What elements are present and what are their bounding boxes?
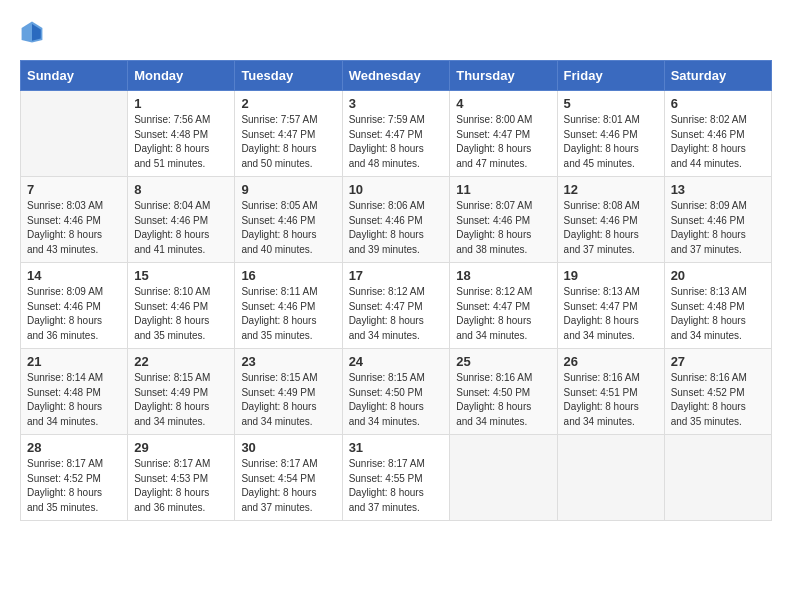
calendar-cell bbox=[557, 435, 664, 521]
day-number: 23 bbox=[241, 354, 335, 369]
calendar-cell: 12Sunrise: 8:08 AMSunset: 4:46 PMDayligh… bbox=[557, 177, 664, 263]
weekday-row: SundayMondayTuesdayWednesdayThursdayFrid… bbox=[21, 61, 772, 91]
calendar-cell: 17Sunrise: 8:12 AMSunset: 4:47 PMDayligh… bbox=[342, 263, 450, 349]
cell-info: Sunrise: 7:57 AMSunset: 4:47 PMDaylight:… bbox=[241, 113, 335, 171]
cell-info: Sunrise: 8:01 AMSunset: 4:46 PMDaylight:… bbox=[564, 113, 658, 171]
calendar-cell: 1Sunrise: 7:56 AMSunset: 4:48 PMDaylight… bbox=[128, 91, 235, 177]
day-number: 4 bbox=[456, 96, 550, 111]
cell-info: Sunrise: 8:09 AMSunset: 4:46 PMDaylight:… bbox=[27, 285, 121, 343]
cell-info: Sunrise: 8:06 AMSunset: 4:46 PMDaylight:… bbox=[349, 199, 444, 257]
cell-info: Sunrise: 8:08 AMSunset: 4:46 PMDaylight:… bbox=[564, 199, 658, 257]
cell-info: Sunrise: 7:59 AMSunset: 4:47 PMDaylight:… bbox=[349, 113, 444, 171]
cell-info: Sunrise: 8:00 AMSunset: 4:47 PMDaylight:… bbox=[456, 113, 550, 171]
day-number: 24 bbox=[349, 354, 444, 369]
calendar-cell: 25Sunrise: 8:16 AMSunset: 4:50 PMDayligh… bbox=[450, 349, 557, 435]
cell-info: Sunrise: 8:17 AMSunset: 4:52 PMDaylight:… bbox=[27, 457, 121, 515]
calendar-week-1: 1Sunrise: 7:56 AMSunset: 4:48 PMDaylight… bbox=[21, 91, 772, 177]
calendar-cell: 8Sunrise: 8:04 AMSunset: 4:46 PMDaylight… bbox=[128, 177, 235, 263]
cell-info: Sunrise: 8:13 AMSunset: 4:48 PMDaylight:… bbox=[671, 285, 765, 343]
weekday-header-monday: Monday bbox=[128, 61, 235, 91]
weekday-header-friday: Friday bbox=[557, 61, 664, 91]
calendar-cell: 23Sunrise: 8:15 AMSunset: 4:49 PMDayligh… bbox=[235, 349, 342, 435]
cell-info: Sunrise: 8:11 AMSunset: 4:46 PMDaylight:… bbox=[241, 285, 335, 343]
cell-info: Sunrise: 8:07 AMSunset: 4:46 PMDaylight:… bbox=[456, 199, 550, 257]
page-header bbox=[20, 20, 772, 44]
day-number: 27 bbox=[671, 354, 765, 369]
calendar-cell: 9Sunrise: 8:05 AMSunset: 4:46 PMDaylight… bbox=[235, 177, 342, 263]
day-number: 12 bbox=[564, 182, 658, 197]
day-number: 14 bbox=[27, 268, 121, 283]
day-number: 8 bbox=[134, 182, 228, 197]
logo bbox=[20, 20, 48, 44]
cell-info: Sunrise: 8:15 AMSunset: 4:49 PMDaylight:… bbox=[134, 371, 228, 429]
calendar-cell: 4Sunrise: 8:00 AMSunset: 4:47 PMDaylight… bbox=[450, 91, 557, 177]
calendar-cell: 5Sunrise: 8:01 AMSunset: 4:46 PMDaylight… bbox=[557, 91, 664, 177]
calendar-body: 1Sunrise: 7:56 AMSunset: 4:48 PMDaylight… bbox=[21, 91, 772, 521]
calendar-header: SundayMondayTuesdayWednesdayThursdayFrid… bbox=[21, 61, 772, 91]
cell-info: Sunrise: 8:09 AMSunset: 4:46 PMDaylight:… bbox=[671, 199, 765, 257]
cell-info: Sunrise: 8:16 AMSunset: 4:52 PMDaylight:… bbox=[671, 371, 765, 429]
cell-info: Sunrise: 8:16 AMSunset: 4:50 PMDaylight:… bbox=[456, 371, 550, 429]
logo-icon bbox=[20, 20, 44, 44]
day-number: 31 bbox=[349, 440, 444, 455]
day-number: 30 bbox=[241, 440, 335, 455]
calendar-cell: 27Sunrise: 8:16 AMSunset: 4:52 PMDayligh… bbox=[664, 349, 771, 435]
weekday-header-tuesday: Tuesday bbox=[235, 61, 342, 91]
day-number: 28 bbox=[27, 440, 121, 455]
calendar-cell: 15Sunrise: 8:10 AMSunset: 4:46 PMDayligh… bbox=[128, 263, 235, 349]
calendar-cell: 29Sunrise: 8:17 AMSunset: 4:53 PMDayligh… bbox=[128, 435, 235, 521]
day-number: 29 bbox=[134, 440, 228, 455]
calendar-cell: 31Sunrise: 8:17 AMSunset: 4:55 PMDayligh… bbox=[342, 435, 450, 521]
day-number: 19 bbox=[564, 268, 658, 283]
calendar-cell: 16Sunrise: 8:11 AMSunset: 4:46 PMDayligh… bbox=[235, 263, 342, 349]
cell-info: Sunrise: 7:56 AMSunset: 4:48 PMDaylight:… bbox=[134, 113, 228, 171]
cell-info: Sunrise: 8:03 AMSunset: 4:46 PMDaylight:… bbox=[27, 199, 121, 257]
calendar-cell bbox=[450, 435, 557, 521]
cell-info: Sunrise: 8:17 AMSunset: 4:54 PMDaylight:… bbox=[241, 457, 335, 515]
cell-info: Sunrise: 8:15 AMSunset: 4:49 PMDaylight:… bbox=[241, 371, 335, 429]
day-number: 17 bbox=[349, 268, 444, 283]
cell-info: Sunrise: 8:02 AMSunset: 4:46 PMDaylight:… bbox=[671, 113, 765, 171]
day-number: 10 bbox=[349, 182, 444, 197]
day-number: 1 bbox=[134, 96, 228, 111]
calendar-cell: 6Sunrise: 8:02 AMSunset: 4:46 PMDaylight… bbox=[664, 91, 771, 177]
day-number: 18 bbox=[456, 268, 550, 283]
cell-info: Sunrise: 8:16 AMSunset: 4:51 PMDaylight:… bbox=[564, 371, 658, 429]
weekday-header-wednesday: Wednesday bbox=[342, 61, 450, 91]
calendar-cell: 24Sunrise: 8:15 AMSunset: 4:50 PMDayligh… bbox=[342, 349, 450, 435]
cell-info: Sunrise: 8:05 AMSunset: 4:46 PMDaylight:… bbox=[241, 199, 335, 257]
day-number: 5 bbox=[564, 96, 658, 111]
cell-info: Sunrise: 8:10 AMSunset: 4:46 PMDaylight:… bbox=[134, 285, 228, 343]
day-number: 26 bbox=[564, 354, 658, 369]
calendar-cell: 7Sunrise: 8:03 AMSunset: 4:46 PMDaylight… bbox=[21, 177, 128, 263]
calendar-cell: 19Sunrise: 8:13 AMSunset: 4:47 PMDayligh… bbox=[557, 263, 664, 349]
day-number: 13 bbox=[671, 182, 765, 197]
day-number: 6 bbox=[671, 96, 765, 111]
day-number: 16 bbox=[241, 268, 335, 283]
day-number: 11 bbox=[456, 182, 550, 197]
calendar-cell: 26Sunrise: 8:16 AMSunset: 4:51 PMDayligh… bbox=[557, 349, 664, 435]
calendar-cell: 13Sunrise: 8:09 AMSunset: 4:46 PMDayligh… bbox=[664, 177, 771, 263]
cell-info: Sunrise: 8:04 AMSunset: 4:46 PMDaylight:… bbox=[134, 199, 228, 257]
calendar-week-2: 7Sunrise: 8:03 AMSunset: 4:46 PMDaylight… bbox=[21, 177, 772, 263]
day-number: 2 bbox=[241, 96, 335, 111]
calendar-cell: 10Sunrise: 8:06 AMSunset: 4:46 PMDayligh… bbox=[342, 177, 450, 263]
calendar-cell: 28Sunrise: 8:17 AMSunset: 4:52 PMDayligh… bbox=[21, 435, 128, 521]
calendar-cell bbox=[21, 91, 128, 177]
day-number: 25 bbox=[456, 354, 550, 369]
calendar-week-5: 28Sunrise: 8:17 AMSunset: 4:52 PMDayligh… bbox=[21, 435, 772, 521]
cell-info: Sunrise: 8:17 AMSunset: 4:53 PMDaylight:… bbox=[134, 457, 228, 515]
day-number: 7 bbox=[27, 182, 121, 197]
day-number: 3 bbox=[349, 96, 444, 111]
calendar-cell: 14Sunrise: 8:09 AMSunset: 4:46 PMDayligh… bbox=[21, 263, 128, 349]
day-number: 21 bbox=[27, 354, 121, 369]
calendar-cell: 11Sunrise: 8:07 AMSunset: 4:46 PMDayligh… bbox=[450, 177, 557, 263]
weekday-header-thursday: Thursday bbox=[450, 61, 557, 91]
day-number: 15 bbox=[134, 268, 228, 283]
calendar-table: SundayMondayTuesdayWednesdayThursdayFrid… bbox=[20, 60, 772, 521]
calendar-week-4: 21Sunrise: 8:14 AMSunset: 4:48 PMDayligh… bbox=[21, 349, 772, 435]
day-number: 20 bbox=[671, 268, 765, 283]
calendar-cell: 18Sunrise: 8:12 AMSunset: 4:47 PMDayligh… bbox=[450, 263, 557, 349]
weekday-header-sunday: Sunday bbox=[21, 61, 128, 91]
calendar-cell: 20Sunrise: 8:13 AMSunset: 4:48 PMDayligh… bbox=[664, 263, 771, 349]
